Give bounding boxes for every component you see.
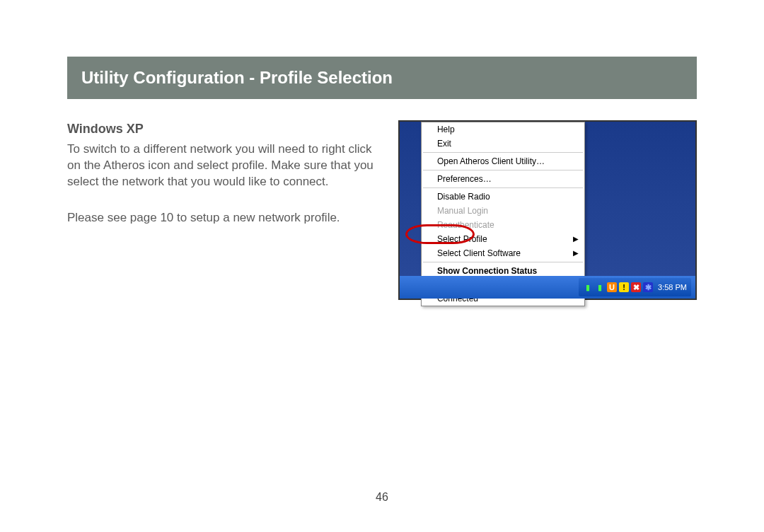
instruction-paragraph-1: To switch to a different network you wil… bbox=[67, 141, 377, 190]
taskbar-clock[interactable]: 3:58 PM bbox=[658, 283, 687, 291]
menu-help[interactable]: Help bbox=[422, 122, 584, 137]
page-title: Utility Configuration - Profile Selectio… bbox=[81, 68, 393, 87]
menu-separator bbox=[423, 152, 583, 153]
signal-icon[interactable]: ▮ bbox=[583, 282, 593, 292]
menu-disable-radio[interactable]: Disable Radio bbox=[422, 190, 584, 204]
taskbar: ▮ ▮ U ! ✖ ✱ 3:58 PM bbox=[400, 276, 695, 299]
system-tray: ▮ ▮ U ! ✖ ✱ 3:58 PM bbox=[579, 278, 691, 296]
menu-select-profile[interactable]: Select Profile ▶ bbox=[422, 232, 584, 246]
menu-select-client-software[interactable]: Select Client Software ▶ bbox=[422, 246, 584, 260]
alert-icon[interactable]: ! bbox=[619, 282, 629, 292]
menu-select-profile-label: Select Profile bbox=[437, 234, 487, 244]
menu-reauthenticate: Reauthenticate bbox=[422, 218, 584, 232]
menu-separator bbox=[423, 187, 583, 188]
desktop-background: Help Exit Open Atheros Client Utility… P… bbox=[400, 122, 695, 299]
winxp-screenshot: Help Exit Open Atheros Client Utility… P… bbox=[398, 120, 697, 300]
menu-separator bbox=[423, 170, 583, 170]
menu-separator bbox=[423, 262, 583, 262]
signal-icon[interactable]: ▮ bbox=[595, 282, 605, 292]
instruction-paragraph-2: Please see page 10 to setup a new networ… bbox=[67, 210, 377, 226]
page-title-bar: Utility Configuration - Profile Selectio… bbox=[67, 57, 697, 99]
instruction-column: Windows XP To switch to a different netw… bbox=[67, 120, 377, 300]
os-heading: Windows XP bbox=[67, 120, 377, 137]
bluetooth-icon[interactable]: ✱ bbox=[643, 282, 653, 292]
page-number: 46 bbox=[0, 491, 764, 504]
menu-exit[interactable]: Exit bbox=[422, 137, 584, 151]
shield-icon[interactable]: ✖ bbox=[631, 282, 641, 292]
menu-open-utility[interactable]: Open Atheros Client Utility… bbox=[422, 154, 584, 168]
menu-select-client-label: Select Client Software bbox=[437, 248, 521, 258]
menu-preferences[interactable]: Preferences… bbox=[422, 172, 584, 186]
submenu-arrow-icon: ▶ bbox=[573, 235, 579, 243]
submenu-arrow-icon: ▶ bbox=[573, 249, 579, 257]
menu-manual-login: Manual Login bbox=[422, 204, 584, 218]
tray-icon[interactable]: U bbox=[607, 282, 617, 292]
